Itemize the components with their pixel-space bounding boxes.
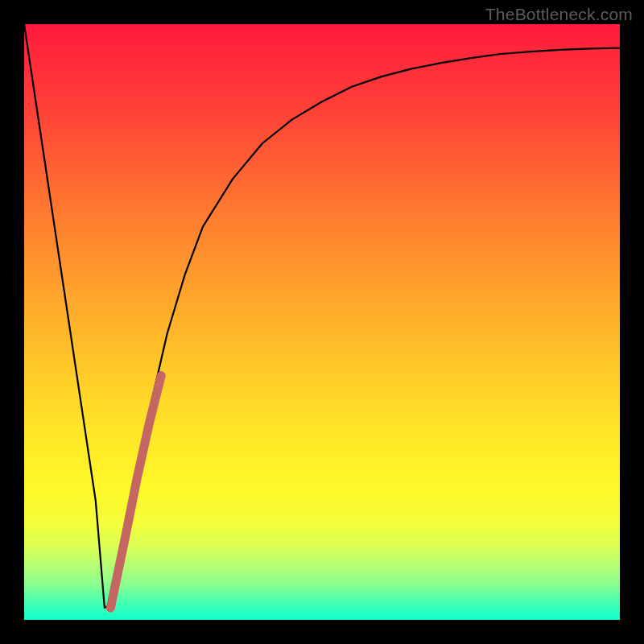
plot-area — [24, 24, 620, 620]
chart-outer-frame: TheBottleneck.com — [0, 0, 644, 644]
curve-layer — [24, 24, 620, 620]
trend-segment — [110, 376, 161, 609]
bottleneck-curve — [24, 24, 620, 608]
watermark-text: TheBottleneck.com — [485, 5, 633, 24]
